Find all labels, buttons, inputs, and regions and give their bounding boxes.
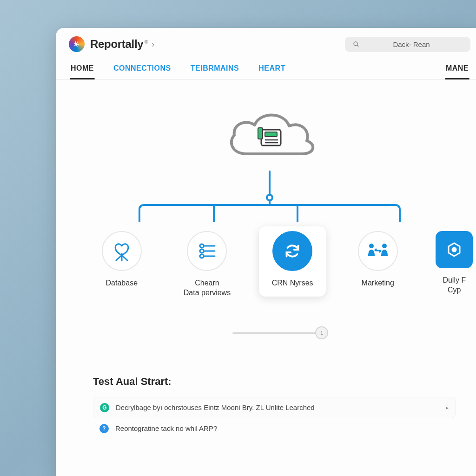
tab-home[interactable]: HOME <box>70 61 95 79</box>
cloud-root-node <box>218 103 321 172</box>
list-item-text: Reontogratine tack no whil ARP? <box>115 424 217 432</box>
sliders-icon <box>187 231 227 271</box>
svg-rect-3 <box>258 128 263 139</box>
node-dully[interactable]: Dully F Cyp <box>430 226 476 304</box>
brand-title: Reportally® <box>90 38 148 51</box>
svg-line-1 <box>357 45 358 46</box>
node-label: Chearn Data perviews <box>184 278 231 298</box>
node-marketing[interactable]: Marketing <box>344 226 411 297</box>
slider-thumb[interactable]: 1 <box>315 326 328 339</box>
header: Reportally® › Dack- Rean <box>56 28 476 57</box>
status-badge-icon: G <box>100 403 109 412</box>
node-label: CRN Nyrses <box>272 278 313 288</box>
test-section: Test Aual Strart: G Decrylbage byı ochrs… <box>74 376 465 443</box>
tab-teibrmains[interactable]: TEIBRMAINS <box>190 61 240 79</box>
svg-line-12 <box>116 255 122 261</box>
tab-heart[interactable]: HEART <box>258 61 286 79</box>
search-icon <box>352 40 360 48</box>
chevron-right-icon: › <box>152 40 154 49</box>
chevron-right-icon: ▸ <box>446 404 449 411</box>
tab-mane[interactable]: MANE <box>445 61 469 79</box>
block-icon <box>436 231 473 268</box>
svg-point-20 <box>369 244 374 248</box>
diagram-canvas: Database Chearn Data perviews <box>56 79 476 443</box>
carousel-slider[interactable]: 1 <box>232 332 325 334</box>
svg-line-13 <box>122 255 128 261</box>
status-badge-icon: ? <box>99 424 109 433</box>
search-placeholder: Dack- Rean <box>360 40 463 48</box>
brand-logo-icon <box>69 36 85 52</box>
svg-point-0 <box>354 42 357 46</box>
node-database[interactable]: Database <box>88 226 155 297</box>
list-item[interactable]: G Decrylbage byı ochrstouses Eintz Mooni… <box>93 397 456 418</box>
search-input[interactable]: Dack- Rean <box>345 37 470 52</box>
svg-point-21 <box>382 244 387 248</box>
cycle-icon <box>272 231 312 271</box>
server-icon <box>258 128 281 145</box>
tab-connections[interactable]: CONNECTIONS <box>112 61 172 79</box>
node-label: Marketing <box>362 278 394 288</box>
svg-point-17 <box>200 249 204 253</box>
node-chearn[interactable]: Chearn Data perviews <box>174 226 241 306</box>
svg-rect-4 <box>265 132 277 137</box>
tab-bar: HOME CONNECTIONS TEIBRMAINS HEART MANE <box>56 57 476 79</box>
node-crn-nyrses[interactable]: CRN Nyrses <box>259 226 326 297</box>
node-label: Database <box>106 278 138 288</box>
list-item[interactable]: ? Reontogratine tack no whil ARP? <box>93 422 456 439</box>
node-label: Dully F Cyp <box>443 276 466 295</box>
section-title: Test Aual Strart: <box>93 376 456 388</box>
heart-star-icon <box>102 231 142 271</box>
people-icon <box>358 231 398 271</box>
list-item-text: Decrylbage byı ochrstouses Eintz Mooni B… <box>116 403 315 411</box>
svg-point-15 <box>200 244 204 248</box>
svg-point-19 <box>200 254 204 258</box>
node-row: Database Chearn Data perviews <box>88 226 476 306</box>
svg-point-23 <box>452 248 456 251</box>
app-window: Reportally® › Dack- Rean HOME CONNECTION… <box>56 28 476 476</box>
branch-connector <box>102 171 437 222</box>
